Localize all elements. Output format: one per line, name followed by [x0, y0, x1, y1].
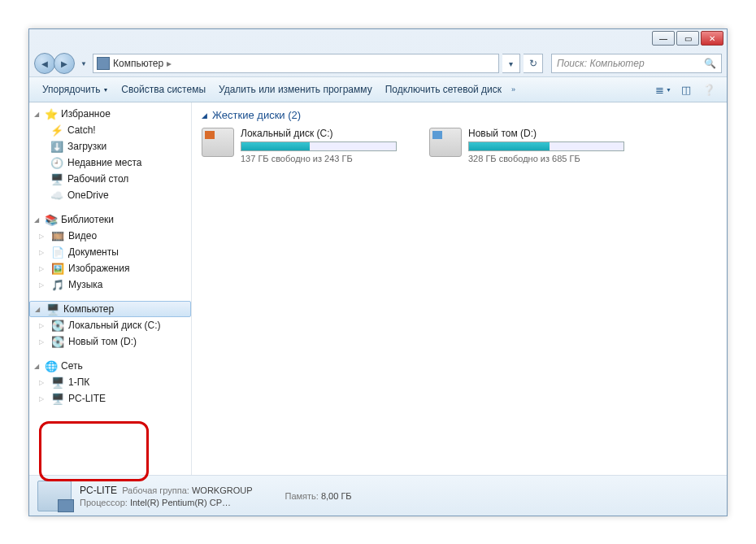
search-input[interactable]: Поиск: Компьютер 🔍 [551, 54, 722, 73]
capacity-fill [469, 142, 550, 150]
content-pane: ◢ Жесткие диски (2) Локальный диск (C:) … [192, 102, 727, 475]
expand-icon: ▷ [39, 233, 46, 240]
drive-free-text: 137 ГБ свободно из 243 ГБ [241, 154, 397, 163]
expand-icon: ▷ [39, 281, 46, 289]
desktop-icon: 🖥️ [50, 172, 63, 185]
expand-icon: ▷ [39, 338, 46, 346]
sidebar-item-onedrive[interactable]: ☁️OneDrive [29, 187, 191, 203]
toolbar: Упорядочить▼ Свойства системы Удалить ил… [29, 76, 727, 102]
drive-icon [429, 128, 462, 157]
music-icon: 🎵 [51, 278, 64, 291]
maximize-button[interactable]: ▭ [676, 31, 699, 46]
expand-icon: ▷ [39, 265, 46, 272]
sidebar-item-recent[interactable]: 🕘Недавние места [29, 154, 191, 171]
drive-c[interactable]: Локальный диск (C:) 137 ГБ свободно из 2… [202, 128, 397, 163]
sidebar-item-pictures[interactable]: ▷🖼️Изображения [29, 260, 191, 276]
capacity-bar [241, 141, 397, 151]
network-group: ◢ 🌐 Сеть ▷🖥️1-ПК ▷🖥️PC-LITE [29, 358, 191, 407]
titlebar: — ▭ ✕ [29, 29, 727, 50]
explorer-window: — ▭ ✕ ◄ ► ▼ Компьютер ▸ ▾ ↻ Поиск: Компь… [28, 28, 728, 516]
close-button[interactable]: ✕ [701, 31, 723, 46]
sidebar-item-music[interactable]: ▷🎵Музыка [29, 276, 191, 293]
collapse-icon: ◢ [34, 363, 41, 370]
memory-value: 8,00 ГБ [321, 491, 352, 501]
network-header[interactable]: ◢ 🌐 Сеть [29, 358, 191, 374]
sidebar-item-catch[interactable]: ⚡Catch! [29, 122, 191, 138]
cpu-value: Intel(R) Pentium(R) CP… [130, 498, 231, 507]
workgroup-label: Рабочая группа: [122, 485, 189, 495]
address-dropdown[interactable]: ▾ [502, 54, 520, 73]
video-icon: 🎞️ [51, 229, 64, 242]
document-icon: 📄 [51, 246, 64, 259]
back-button[interactable]: ◄ [34, 53, 55, 74]
breadcrumb-location: Компьютер [113, 58, 163, 69]
bolt-icon: ⚡ [50, 124, 63, 137]
details-pane: PC-LITE Рабочая группа: WORKGROUP Процес… [29, 475, 727, 516]
breadcrumb-separator: ▸ [167, 58, 172, 69]
sidebar-item-downloads[interactable]: ⬇️Загрузки [29, 138, 191, 154]
expand-icon: ▷ [39, 395, 46, 403]
sidebar-item-drive-d[interactable]: ▷💽Новый том (D:) [29, 333, 191, 350]
drive-name: Локальный диск (C:) [241, 128, 397, 139]
memory-label: Память: [285, 491, 319, 501]
computer-icon [97, 57, 110, 70]
sidebar-item-pclite[interactable]: ▷🖥️PC-LITE [29, 390, 191, 407]
drive-d[interactable]: Новый том (D:) 328 ГБ свободно из 685 ГБ [429, 128, 624, 163]
sidebar-item-videos[interactable]: ▷🎞️Видео [29, 228, 191, 244]
libraries-header[interactable]: ◢ 📚 Библиотеки [29, 211, 191, 228]
collapse-icon: ◢ [34, 111, 41, 118]
hard-disks-heading[interactable]: ◢ Жесткие диски (2) [202, 109, 717, 121]
map-network-drive-button[interactable]: Подключить сетевой диск [379, 81, 508, 98]
chevron-down-icon: ▼ [102, 87, 108, 93]
capacity-bar [468, 141, 624, 151]
cpu-label: Процессор: [80, 498, 128, 507]
sidebar-item-pc1[interactable]: ▷🖥️1-ПК [29, 374, 191, 390]
minimize-button[interactable]: — [652, 31, 675, 46]
uninstall-program-button[interactable]: Удалить или изменить программу [212, 81, 379, 98]
expand-icon: ▷ [39, 379, 46, 386]
pc-icon: 🖥️ [51, 376, 64, 389]
search-icon: 🔍 [704, 58, 716, 69]
cloud-icon: ☁️ [50, 189, 63, 202]
pc-icon: 🖥️ [51, 392, 64, 405]
drive-icon: 💽 [51, 319, 64, 332]
recent-icon: 🕘 [50, 156, 63, 169]
favorites-group: ◢ ⭐ Избранное ⚡Catch! ⬇️Загрузки 🕘Недавн… [29, 106, 191, 203]
libraries-icon: 📚 [45, 213, 58, 226]
computer-icon: 🖥️ [46, 302, 59, 316]
nav-row: ◄ ► ▼ Компьютер ▸ ▾ ↻ Поиск: Компьютер 🔍 [29, 50, 727, 76]
window-controls: — ▭ ✕ [650, 31, 723, 46]
collapse-icon: ◢ [35, 306, 42, 313]
help-button[interactable]: ❔ [697, 81, 720, 98]
refresh-button[interactable]: ↻ [524, 54, 543, 73]
drive-icon [202, 128, 234, 157]
favorites-header[interactable]: ◢ ⭐ Избранное [29, 106, 191, 122]
view-options-button[interactable]: ≣ ▼ [652, 81, 675, 98]
search-placeholder: Поиск: Компьютер [557, 58, 645, 69]
collapse-icon: ◢ [202, 111, 207, 120]
sidebar-item-desktop[interactable]: 🖥️Рабочий стол [29, 171, 191, 187]
address-bar[interactable]: Компьютер ▸ [93, 54, 499, 73]
system-properties-button[interactable]: Свойства системы [115, 81, 212, 98]
forward-button[interactable]: ► [54, 53, 75, 74]
star-icon: ⭐ [45, 107, 58, 120]
drive-name: Новый том (D:) [468, 128, 624, 139]
network-icon: 🌐 [45, 359, 58, 372]
download-icon: ⬇️ [50, 140, 63, 153]
sidebar-item-computer[interactable]: ◢ 🖥️ Компьютер [29, 301, 191, 317]
expand-icon: ▷ [39, 249, 46, 256]
computer-group: ◢ 🖥️ Компьютер ▷💽Локальный диск (C:) ▷💽Н… [29, 301, 191, 350]
details-name: PC-LITE [80, 485, 117, 496]
expand-icon: ▷ [39, 322, 46, 329]
history-dropdown[interactable]: ▼ [78, 53, 89, 74]
sidebar-item-documents[interactable]: ▷📄Документы [29, 244, 191, 260]
drive-free-text: 328 ГБ свободно из 685 ГБ [468, 154, 624, 163]
drive-icon: 💽 [51, 335, 64, 348]
libraries-group: ◢ 📚 Библиотеки ▷🎞️Видео ▷📄Документы ▷🖼️И… [29, 211, 191, 293]
organize-menu[interactable]: Упорядочить▼ [36, 81, 115, 98]
sidebar-item-drive-c[interactable]: ▷💽Локальный диск (C:) [29, 317, 191, 333]
workgroup-value: WORKGROUP [192, 485, 253, 495]
toolbar-overflow[interactable]: » [508, 85, 519, 94]
preview-pane-button[interactable]: ◫ [675, 81, 697, 98]
collapse-icon: ◢ [34, 216, 41, 224]
